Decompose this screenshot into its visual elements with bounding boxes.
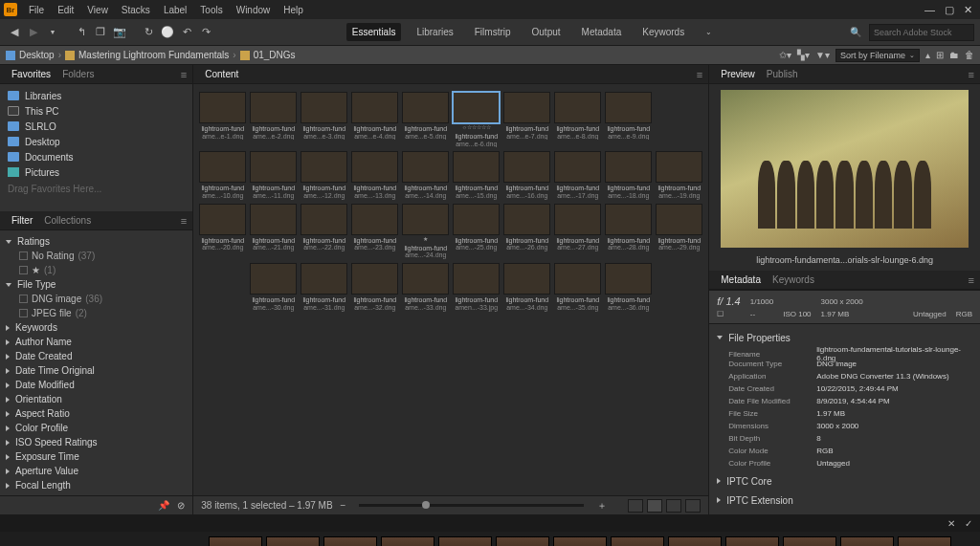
metadata-row[interactable]: Date File Modified8/9/2019, 4:54:44 PM bbox=[717, 395, 972, 407]
favorite-item[interactable]: Documents bbox=[6, 149, 187, 164]
thumbnail[interactable]: lightroom-fundame...e-9.dng bbox=[605, 92, 652, 147]
thumbnail[interactable]: lightroom-fundame...e-4.dng bbox=[351, 92, 398, 147]
filter-section-header[interactable]: Author Name bbox=[6, 335, 187, 349]
thumbnail[interactable]: lightroom-fundame...-11.dng bbox=[250, 151, 297, 199]
menu-tools[interactable]: Tools bbox=[194, 3, 228, 17]
thumbnail[interactable]: lightroom-fundame...-34.dng bbox=[503, 263, 550, 311]
favorite-item[interactable]: This PC bbox=[6, 103, 187, 119]
metadata-row[interactable]: Dimensions3000 x 2000 bbox=[717, 420, 972, 432]
menu-window[interactable]: Window bbox=[231, 3, 277, 17]
thumbnail[interactable]: lightroom-fundame...-30.dng bbox=[250, 263, 297, 311]
parent-folder-button[interactable]: ↰ bbox=[73, 24, 90, 41]
filter-section-header[interactable]: Exposure Time bbox=[6, 449, 187, 464]
thumbnail[interactable]: ★lightroom-fundame...-24.dng bbox=[402, 204, 449, 259]
thumbnail-grid[interactable]: lightroom-fundame...e-1.dnglightroom-fun… bbox=[193, 84, 708, 495]
view-grid-button[interactable] bbox=[647, 499, 662, 513]
workspace-keywords[interactable]: Keywords bbox=[636, 23, 690, 41]
thumbnail-size-slider[interactable] bbox=[359, 504, 584, 507]
panel-menu-icon[interactable]: ≡ bbox=[969, 274, 974, 286]
search-icon[interactable]: 🔍 bbox=[850, 27, 861, 37]
zoom-in-icon[interactable]: ＋ bbox=[597, 499, 607, 513]
thumbnail[interactable]: lightroom-fundame...e-3.dng bbox=[301, 92, 347, 147]
favorite-item[interactable]: SLRLO bbox=[6, 119, 187, 134]
metadata-section-header[interactable]: IPTC Core bbox=[717, 473, 972, 489]
thumbnail[interactable]: lightroom-fundame...-14.dng bbox=[402, 151, 449, 199]
favorite-item[interactable]: Pictures bbox=[6, 164, 187, 180]
thumbnail[interactable]: lightroom-fundame...e-7.dng bbox=[503, 92, 550, 147]
crumb-current[interactable]: 01_DNGs bbox=[254, 50, 296, 60]
camera-import-button[interactable]: 📷 bbox=[111, 24, 128, 41]
nav-back-button[interactable]: ◀ bbox=[6, 24, 23, 41]
metadata-row[interactable]: Document TypeDNG image bbox=[717, 358, 972, 370]
workspace-libraries[interactable]: Libraries bbox=[411, 23, 458, 41]
thumbnail[interactable]: lightroom-fundame...-32.dng bbox=[351, 263, 398, 311]
thumbnail[interactable]: lightroom-fundame...e-5.dng bbox=[402, 92, 449, 147]
maximize-button[interactable]: ▢ bbox=[945, 4, 954, 16]
favorite-item[interactable]: Libraries bbox=[6, 88, 187, 103]
view-list-button[interactable] bbox=[685, 499, 701, 513]
filter-section-header[interactable]: Keywords bbox=[6, 320, 187, 335]
sort-asc-icon[interactable]: ▴ bbox=[925, 50, 930, 60]
open-camera-raw-button[interactable]: ⚪ bbox=[159, 24, 176, 41]
filter-recent-icon[interactable]: ▚▾ bbox=[797, 50, 810, 60]
filter-item[interactable]: DNG image (36) bbox=[6, 292, 187, 306]
tab-favorites[interactable]: Favorites bbox=[6, 67, 56, 81]
filter-section-header[interactable]: Date Modified bbox=[6, 378, 187, 392]
workspace-metadata[interactable]: Metadata bbox=[576, 23, 628, 41]
delete-icon[interactable]: 🗑 bbox=[965, 50, 974, 60]
thumbnail[interactable]: lightroom-fundame...-18.dng bbox=[605, 151, 652, 199]
minimize-button[interactable]: — bbox=[924, 4, 935, 16]
filter-rating-icon[interactable]: ✩▾ bbox=[779, 50, 791, 60]
menu-stacks[interactable]: Stacks bbox=[116, 3, 156, 17]
thumbnail[interactable]: lightroom-fundame...e-8.dng bbox=[554, 92, 601, 147]
tab-content[interactable]: Content bbox=[199, 67, 244, 81]
menu-file[interactable]: File bbox=[23, 3, 50, 17]
nav-recent-dropdown[interactable]: ▼ bbox=[44, 24, 61, 41]
filter-section-header[interactable]: Date Created bbox=[6, 349, 187, 363]
panel-menu-icon[interactable]: ≡ bbox=[181, 215, 187, 227]
main-menu[interactable]: Br File Edit View Stacks Label Tools Win… bbox=[4, 3, 309, 17]
thumbnail[interactable]: lightroom-fundame...-25.dng bbox=[453, 204, 500, 259]
metadata-row[interactable]: Date Created10/22/2015, 2:49:44 PM bbox=[717, 382, 972, 395]
tab-collections[interactable]: Collections bbox=[38, 213, 97, 228]
filter-section-header[interactable]: Aperture Value bbox=[6, 464, 187, 478]
view-details-button[interactable] bbox=[666, 499, 681, 513]
thumbnail[interactable]: lightroom-fundame...-21.dng bbox=[250, 204, 297, 259]
apply-icon[interactable]: ✓ bbox=[965, 518, 972, 529]
pin-icon[interactable]: 📌 bbox=[158, 500, 169, 511]
workspace-tabs[interactable]: Essentials Libraries Filmstrip Output Me… bbox=[346, 23, 718, 41]
menu-label[interactable]: Label bbox=[158, 3, 192, 17]
thumbnail[interactable]: lightroom-fundame...-12.dng bbox=[301, 151, 347, 199]
menu-help[interactable]: Help bbox=[278, 3, 309, 17]
filter-section-header[interactable]: Color Profile bbox=[6, 421, 187, 435]
metadata-row[interactable]: File Size1.97 MB bbox=[717, 407, 972, 420]
filter-section-header[interactable]: Focal Length bbox=[6, 478, 187, 492]
metadata-row[interactable]: Bit Depth8 bbox=[717, 432, 972, 445]
filmstrip[interactable]: Import... Export... Sync Metadata Sync S… bbox=[0, 532, 980, 546]
zoom-out-icon[interactable]: − bbox=[341, 500, 346, 511]
workspace-essentials[interactable]: Essentials bbox=[346, 23, 402, 41]
new-folder-icon[interactable]: ⊞ bbox=[936, 50, 944, 60]
rotate-ccw-button[interactable]: ↶ bbox=[178, 24, 195, 41]
filter-item[interactable]: ★ (1) bbox=[6, 263, 187, 277]
thumbnail[interactable]: lightroom-fundame...-26.dng bbox=[503, 204, 550, 259]
thumbnail[interactable]: lightroom-fundame...-22.dng bbox=[301, 204, 347, 259]
refine-button[interactable]: ↻ bbox=[140, 24, 157, 41]
thumbnail[interactable]: lightroom-fundame...e-2.dng bbox=[250, 92, 297, 147]
path-bar[interactable]: Desktop › Mastering Lightroom Fundamenta… bbox=[0, 46, 980, 65]
tab-preview[interactable]: Preview bbox=[715, 67, 761, 81]
filter-item[interactable]: JPEG file (2) bbox=[6, 306, 187, 320]
thumbnail[interactable]: lightroom-fundame...-17.dng bbox=[554, 151, 601, 199]
thumbnail[interactable]: lightroom-fundame...-33.dng bbox=[402, 263, 449, 311]
thumbnail[interactable]: lightroom-fundame...-35.dng bbox=[554, 263, 601, 311]
crumb-desktop[interactable]: Desktop bbox=[19, 50, 55, 60]
crumb-project[interactable]: Mastering Lightroom Fundamentals bbox=[78, 50, 229, 60]
panel-menu-icon[interactable]: ≡ bbox=[969, 69, 974, 80]
metadata-row[interactable]: ApplicationAdobe DNG Converter 11.3 (Win… bbox=[717, 370, 972, 382]
cancel-icon[interactable]: ✕ bbox=[947, 518, 955, 529]
thumbnail[interactable]: lightroom-fundame...e-1.dng bbox=[199, 92, 246, 147]
thumbnail[interactable]: lightroom-fundame...-20.dng bbox=[199, 204, 246, 259]
tab-publish[interactable]: Publish bbox=[761, 67, 804, 81]
thumbnail[interactable]: lightroom-fundame...-28.dng bbox=[605, 204, 652, 259]
metadata-row[interactable]: Color ProfileUntagged bbox=[717, 457, 972, 470]
